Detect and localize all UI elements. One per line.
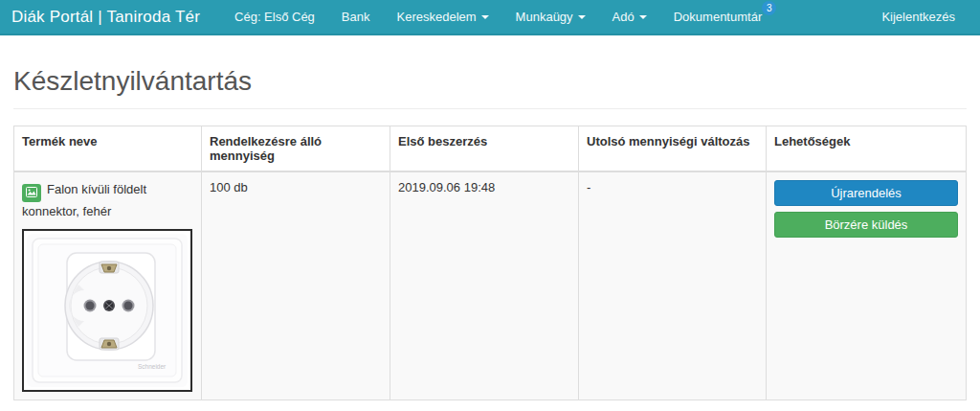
nav-item-company[interactable]: Cég: Első Cég xyxy=(234,10,315,24)
caret-down-icon xyxy=(481,15,489,19)
col-header-product-name: Termék neve xyxy=(14,126,202,172)
nav-menu: Cég: Első Cég Bank Kereskedelem Munkaügy… xyxy=(221,10,881,24)
nav-item-munkaugy[interactable]: Munkaügy xyxy=(516,10,586,24)
caret-down-icon xyxy=(578,15,586,19)
table-header-row: Termék neve Rendelkezésre álló mennyiség… xyxy=(14,126,967,172)
brand-title[interactable]: Diák Portál | Taniroda Tér xyxy=(11,8,200,27)
col-header-first-acquisition: Első beszerzés xyxy=(390,126,579,172)
schuko-socket-image: Schneider xyxy=(25,232,189,389)
nav-item-ado[interactable]: Adó xyxy=(612,10,647,24)
cell-last-change: - xyxy=(579,171,767,400)
nav-item-dokumentumtar[interactable]: Dokumentumtár 3 xyxy=(674,10,762,24)
image-icon[interactable] xyxy=(22,184,41,202)
caret-down-icon xyxy=(639,15,647,19)
nav-item-label: Cég: Első Cég xyxy=(234,10,315,24)
table-row: Falon kívüli földelt konnektor, fehér xyxy=(14,171,967,400)
send-to-exchange-button[interactable]: Börzére küldés xyxy=(774,212,958,238)
product-name-line: Falon kívüli földelt konnektor, fehér xyxy=(22,180,193,221)
cell-product: Falon kívüli földelt konnektor, fehér xyxy=(14,171,202,400)
page-header: Készletnyilvántartás xyxy=(13,66,967,109)
nav-item-label: Munkaügy xyxy=(516,10,573,24)
cell-options: Újrarendelés Börzére küldés xyxy=(767,171,967,400)
reorder-button[interactable]: Újrarendelés xyxy=(774,180,958,206)
nav-item-kereskedelem[interactable]: Kereskedelem xyxy=(397,10,489,24)
nav-item-label: Adó xyxy=(612,10,635,24)
main-content: Készletnyilvántartás Termék neve Rendelk… xyxy=(0,66,980,400)
col-header-quantity: Rendelkezésre álló mennyiség xyxy=(202,126,390,172)
logout-link[interactable]: Kijelentkezés xyxy=(881,10,955,24)
col-header-last-change: Utolsó mennyiségi változás xyxy=(579,126,767,172)
nav-item-label: Dokumentumtár xyxy=(674,10,762,24)
col-header-options: Lehetőségek xyxy=(767,126,967,172)
nav-item-bank[interactable]: Bank xyxy=(342,10,370,24)
page-title: Készletnyilvántartás xyxy=(13,66,967,97)
cell-first-acquisition: 2019.09.06 19:48 xyxy=(390,171,579,400)
nav-item-label: Kereskedelem xyxy=(397,10,477,24)
cell-quantity: 100 db xyxy=(202,171,390,400)
socket-brand-text: Schneider xyxy=(138,363,167,370)
inventory-table: Termék neve Rendelkezésre álló mennyiség… xyxy=(13,126,967,400)
notification-badge: 3 xyxy=(762,1,776,15)
product-photo: Schneider xyxy=(22,229,192,392)
nav-item-label: Bank xyxy=(342,10,370,24)
top-navbar: Diák Portál | Taniroda Tér Cég: Első Cég… xyxy=(0,0,980,35)
